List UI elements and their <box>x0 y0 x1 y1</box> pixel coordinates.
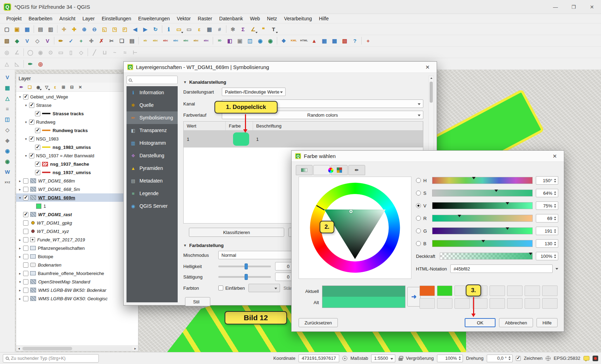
merge-features-icon[interactable]: ⊔ <box>100 48 109 57</box>
locator-search-input[interactable]: Zu suchender Typ (Strg+K) <box>3 354 99 363</box>
circle-2points-icon[interactable]: ◯ <box>26 48 35 57</box>
layout-manager-icon[interactable]: ▥ <box>46 25 55 34</box>
deselect-features-icon[interactable]: ▭ <box>184 25 194 34</box>
add-postgis-layer-icon[interactable]: ◫ <box>3 115 12 124</box>
expander-icon[interactable]: ▸ <box>18 272 22 275</box>
component-radio[interactable] <box>416 216 421 221</box>
color-ramp-tab[interactable] <box>296 165 313 175</box>
expander-icon[interactable]: ▾ <box>23 154 28 158</box>
open-project-icon[interactable]: ▣ <box>12 25 22 34</box>
image-export-icon[interactable]: ▣ <box>235 36 245 46</box>
copy-features-icon[interactable]: ❏ <box>117 36 127 46</box>
split-features-icon[interactable]: ╱ <box>90 48 99 57</box>
label-cell[interactable]: 1 <box>253 131 423 147</box>
globe-icon[interactable]: ◉ <box>266 36 275 46</box>
scrollbar-thumb[interactable] <box>22 347 72 350</box>
toggle-editing-icon[interactable]: ✏ <box>56 36 66 46</box>
slider-thumb[interactable] <box>245 263 248 269</box>
minimize-button[interactable]: — <box>546 0 565 14</box>
layer-group-rundweg[interactable]: ▾ Rundweg <box>16 118 138 126</box>
open-layer-styling-icon[interactable]: ✏ <box>18 83 25 91</box>
render-type-combo[interactable]: Paletten-/Eindeutige Werte <box>222 88 286 96</box>
layer-item-wt-dgm1-xyz[interactable]: WT_DGM1_xyz <box>16 227 138 235</box>
rotate-label-icon[interactable]: abc <box>191 36 201 46</box>
filter-legend-icon[interactable]: ▽ <box>43 83 50 91</box>
plugin-icon[interactable]: ❖ <box>279 36 288 46</box>
menu-einstellungen[interactable]: Einstellungen <box>98 16 135 21</box>
layer-visibility-checkbox[interactable] <box>23 237 28 242</box>
slider-marker-icon[interactable] <box>472 177 476 179</box>
rotation-spinbox[interactable]: 0,0 ° <box>487 355 513 362</box>
menu-hilfe[interactable]: Hilfe <box>315 16 332 21</box>
help-button[interactable]: Hilfe <box>537 318 558 327</box>
menu-netz[interactable]: Netz <box>264 16 281 21</box>
component-spinbox[interactable]: 150° <box>536 176 558 185</box>
layer-item-nsg-1983-umriss[interactable]: nsg_1983_umriss <box>16 143 138 151</box>
layer-visibility-checkbox[interactable] <box>29 136 34 142</box>
colorize-color-combo[interactable] <box>248 284 280 292</box>
delete-selected-icon[interactable]: ✗ <box>97 36 106 46</box>
dropdown-arrow-icon[interactable] <box>181 32 183 33</box>
reshape-features-icon[interactable]: ~ <box>110 48 119 57</box>
maximize-button[interactable]: ❐ <box>565 0 583 14</box>
new-print-layout-icon[interactable]: ▤ <box>36 25 45 34</box>
layer-item-wms-lgrb-bw-bk50[interactable]: ▸ WMS LGRB-BW BK50: Bodenkar <box>16 286 138 294</box>
scrollbar-thumb[interactable] <box>430 82 433 103</box>
layer-group-nsg-1937[interactable]: ▾ NSG_1937 = Alter Bannwald <box>16 151 138 160</box>
layer-item-baumfreie-offene-moorbereiche[interactable]: ▸ Baumfreie_offene_Moorbereiche <box>16 269 138 277</box>
spin-down-icon[interactable] <box>554 232 556 233</box>
identify-features-icon[interactable]: ℹ <box>164 25 173 34</box>
save-project-icon[interactable]: ▦ <box>22 25 32 34</box>
layer-visibility-checkbox[interactable] <box>29 153 34 158</box>
open-attribute-table-icon[interactable]: ▦ <box>205 25 214 34</box>
layer-item-funde-wt-2017-2019[interactable]: ▸ Funde_WT_2017_2019 <box>16 235 138 244</box>
scroll-right-icon[interactable]: ▸ <box>132 346 138 350</box>
layer-item-wms-lgrb-bw-gk50[interactable]: ▸ WMS LGRB-BW GK50: Geologisc <box>16 294 138 303</box>
layer-visibility-checkbox[interactable] <box>23 195 28 200</box>
processing-tasks-icon[interactable] <box>593 356 598 361</box>
color-rendering-section-header[interactable]: ▼Farbdarstellung <box>183 243 224 248</box>
layer-item-wt-dgm1-668m[interactable]: ▸ WT_DGM1_668m <box>16 177 138 185</box>
layer-visibility-checkbox[interactable] <box>23 271 28 276</box>
map-tips-icon[interactable]: ❝ <box>259 25 268 34</box>
value-color-swatch[interactable] <box>233 132 249 146</box>
zoom-in-icon[interactable]: ⊕ <box>80 25 89 34</box>
cancel-button[interactable]: Abbrechen <box>499 318 533 327</box>
layer-item-strasse-tracks[interactable]: Strasse tracks <box>16 109 138 118</box>
crosshair-icon[interactable]: + <box>363 36 373 46</box>
zoom-last-icon[interactable]: ◀ <box>130 25 140 34</box>
palette-swatch-12[interactable] <box>472 298 487 309</box>
mouse-position-icon[interactable] <box>342 356 347 361</box>
new-spatialite-icon[interactable]: ◇ <box>33 36 42 46</box>
scrollbar-track[interactable] <box>22 346 132 351</box>
menu-projekt[interactable]: Projekt <box>3 16 25 21</box>
layer-item-openstreetmap-standard[interactable]: ▾ OpenStreetMap Standard <box>16 277 138 286</box>
palette-swatch-15[interactable] <box>525 298 540 309</box>
highlight-labels-icon[interactable]: abc <box>171 36 180 46</box>
dropdown-arrow-icon[interactable] <box>276 32 278 33</box>
move-label-icon[interactable]: abc <box>181 36 191 46</box>
dialog-titlebar[interactable]: Q Farbe wählen ✕ <box>292 151 564 162</box>
color-picker-tab[interactable]: ✏ <box>348 165 365 175</box>
column-header-beschriftung[interactable]: Beschriftung <box>253 122 423 130</box>
layer-visibility-checkbox[interactable] <box>35 162 40 167</box>
layer-item-wt-dgm1-rast[interactable]: WT_DGM1_rast <box>16 210 138 219</box>
spin-down-icon[interactable] <box>459 359 461 360</box>
spin-up-icon[interactable] <box>554 229 556 231</box>
expander-icon[interactable]: ▾ <box>18 196 22 200</box>
scroll-left-icon[interactable]: ◂ <box>16 346 22 350</box>
layer-visibility-checkbox[interactable] <box>35 145 40 150</box>
mesh-editing-icon[interactable]: △ <box>2 59 12 69</box>
slider-marker-icon[interactable] <box>529 253 532 255</box>
expander-icon[interactable]: ▸ <box>18 179 22 183</box>
layer-visibility-checkbox[interactable] <box>35 128 40 133</box>
menu-bearbeiten[interactable]: Bearbeiten <box>25 16 56 21</box>
palette-swatch-6[interactable] <box>507 286 523 296</box>
spin-up-icon[interactable] <box>508 356 511 358</box>
vertex-tool-icon[interactable]: ✚ <box>87 36 96 46</box>
layer-visibility-checkbox[interactable] <box>23 229 28 234</box>
lattice-icon[interactable]: ▩ <box>330 36 339 46</box>
ok-button[interactable]: OK <box>465 318 496 327</box>
add-wfs-layer-icon[interactable]: W <box>3 167 12 177</box>
add-feature-icon[interactable]: + <box>76 36 86 46</box>
